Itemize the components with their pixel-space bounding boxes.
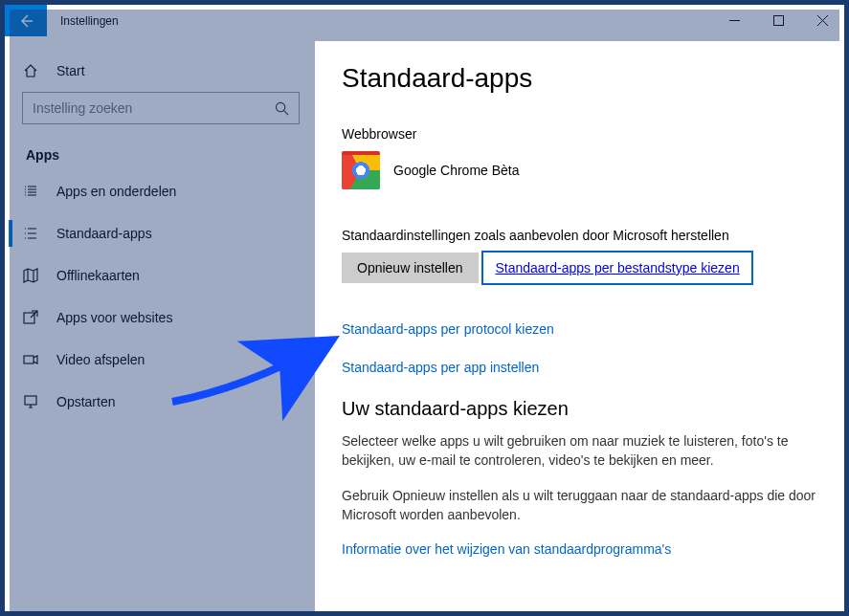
link-info-defaults[interactable]: Informatie over het wijzigen van standaa… (342, 541, 671, 557)
arrow-left-icon (18, 13, 34, 29)
list-icon (22, 183, 39, 200)
chrome-beta-icon: Beta (342, 151, 380, 189)
sidebar-item-offline-maps[interactable]: Offlinekaarten (9, 254, 309, 297)
svg-rect-3 (24, 356, 34, 363)
sidebar-item-apps-features[interactable]: Apps en onderdelen (9, 170, 309, 212)
webbrowser-label: Webbrowser (342, 126, 815, 142)
choose-paragraph-1: Selecteer welke apps u wilt gebruiken om… (342, 431, 815, 471)
sidebar-item-label: Standaard-apps (56, 226, 152, 241)
sidebar-item-default-apps[interactable]: Standaard-apps (9, 212, 309, 254)
maximize-icon (773, 15, 784, 26)
home-icon (22, 62, 39, 79)
link-by-filetype[interactable]: Standaard-apps per bestandstype kiezen (495, 260, 739, 275)
sidebar-item-label: Video afspelen (56, 352, 145, 367)
startup-icon (22, 393, 39, 410)
link-by-filetype-highlight: Standaard-apps per bestandstype kiezen (481, 251, 752, 285)
window-title: Instellingen (47, 5, 132, 36)
sidebar: Start Apps Apps en onderdelen Stan (5, 36, 313, 611)
reset-button[interactable]: Opnieuw instellen (342, 253, 479, 283)
link-by-protocol[interactable]: Standaard-apps per protocol kiezen (342, 321, 554, 337)
sidebar-item-label: Apps voor websites (56, 310, 172, 325)
sidebar-item-apps-websites[interactable]: Apps voor websites (9, 297, 309, 339)
settings-window: Instellingen Start (0, 0, 849, 616)
search-input[interactable] (33, 100, 267, 116)
search-icon (275, 101, 289, 116)
default-browser-name: Google Chrome Bèta (393, 163, 520, 178)
link-by-app[interactable]: Standaard-apps per app instellen (342, 360, 539, 375)
restore-defaults-text: Standaardinstellingen zoals aanbevolen d… (342, 228, 815, 243)
open-external-icon (22, 309, 39, 326)
close-button[interactable] (800, 5, 844, 36)
search-input-wrap[interactable] (22, 92, 300, 124)
sidebar-item-video-playback[interactable]: Video afspelen (9, 339, 309, 381)
svg-rect-4 (25, 396, 36, 405)
svg-point-1 (276, 102, 284, 111)
main-content: Standaard-apps Webbrowser Beta Google Ch… (313, 36, 844, 611)
sidebar-item-startup[interactable]: Opstarten (9, 381, 309, 423)
sidebar-item-label: Opstarten (56, 394, 115, 409)
choose-paragraph-2: Gebruik Opnieuw instellen als u wilt ter… (342, 486, 815, 525)
minimize-icon (729, 15, 740, 26)
default-apps-icon (22, 225, 39, 242)
page-title: Standaard-apps (342, 63, 815, 94)
video-icon (22, 351, 39, 368)
map-icon (22, 267, 39, 284)
sidebar-item-label: Offlinekaarten (56, 268, 140, 283)
sidebar-home[interactable]: Start (9, 50, 309, 92)
maximize-button[interactable] (756, 5, 800, 36)
svg-rect-0 (773, 16, 783, 26)
back-button[interactable] (5, 5, 47, 36)
minimize-button[interactable] (712, 5, 756, 36)
sidebar-home-label: Start (56, 63, 85, 78)
sidebar-item-label: Apps en onderdelen (56, 184, 176, 199)
close-icon (817, 15, 828, 26)
choose-heading: Uw standaard-apps kiezen (342, 398, 815, 420)
default-browser-row[interactable]: Beta Google Chrome Bèta (342, 151, 815, 189)
titlebar: Instellingen (5, 5, 844, 36)
svg-rect-2 (24, 313, 34, 323)
sidebar-section-apps: Apps (9, 134, 309, 170)
